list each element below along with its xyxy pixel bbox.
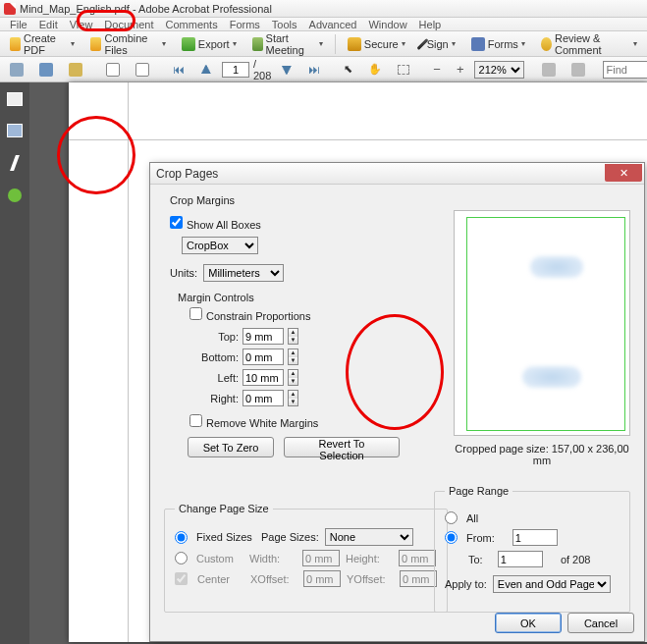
print-icon: [10, 63, 24, 77]
bookmarks-panel-button[interactable]: [7, 124, 23, 137]
apply-to-select[interactable]: Even and Odd Pages: [493, 575, 611, 593]
menu-forms[interactable]: Forms: [224, 19, 266, 30]
fixed-sizes-label: Fixed Sizes: [196, 531, 255, 543]
marquee-button[interactable]: [392, 62, 415, 78]
dialog-titlebar: Crop Pages ✕: [150, 163, 644, 185]
fixed-sizes-radio[interactable]: [175, 531, 188, 544]
margin-bottom-input[interactable]: [243, 349, 284, 365]
last-page-button[interactable]: ⏭: [302, 60, 326, 80]
margin-top-input[interactable]: [243, 328, 284, 345]
left-label: Left:: [197, 372, 239, 384]
meeting-icon: [252, 37, 263, 51]
dialog-close-button[interactable]: ✕: [605, 164, 642, 182]
xoffset-label: XOffset:: [250, 573, 297, 585]
menu-document[interactable]: Document: [98, 19, 159, 30]
menu-view[interactable]: View: [64, 19, 99, 30]
spin-buttons[interactable]: ▲▼: [288, 390, 298, 406]
pdf-icon: [4, 3, 16, 15]
margin-controls-label: Margin Controls: [178, 292, 430, 303]
margin-left-input[interactable]: [243, 369, 284, 386]
constrain-proportions-checkbox[interactable]: [189, 307, 202, 320]
sign-button[interactable]: Sign▾: [415, 34, 461, 54]
secure-button[interactable]: Secure▾: [342, 34, 411, 54]
menu-window[interactable]: Window: [362, 19, 412, 30]
xoffset-input: [303, 570, 341, 587]
zoom-in-button[interactable]: +: [451, 59, 470, 80]
page-number-input[interactable]: [222, 62, 249, 78]
fit-width-button[interactable]: [536, 60, 562, 80]
menu-help[interactable]: Help: [413, 19, 448, 30]
help-button[interactable]: [8, 188, 22, 202]
units-select[interactable]: Millimeters: [203, 264, 284, 282]
zoom-select[interactable]: 212%: [474, 61, 524, 79]
from-label: From:: [466, 532, 495, 544]
menu-comments[interactable]: Comments: [160, 19, 224, 30]
left-nav-sidebar: [0, 82, 29, 644]
menu-edit[interactable]: Edit: [33, 19, 64, 30]
crop-guide-horizontal: [69, 139, 647, 140]
ok-button[interactable]: OK: [495, 613, 562, 633]
first-page-button[interactable]: ⏮: [167, 60, 190, 80]
create-pdf-button[interactable]: Create PDF▾: [4, 29, 81, 59]
pages-panel-button[interactable]: [7, 92, 23, 106]
top-label: Top:: [197, 331, 239, 343]
set-to-zero-button[interactable]: Set To Zero: [188, 437, 274, 457]
spin-buttons[interactable]: ▲▼: [288, 349, 298, 365]
width-label: Width:: [249, 553, 297, 564]
right-label: Right:: [197, 393, 239, 404]
page-view1-button[interactable]: [100, 60, 126, 80]
cropbox-select[interactable]: CropBox: [182, 237, 258, 254]
page-sizes-select[interactable]: None: [325, 528, 413, 546]
custom-size-radio[interactable]: [175, 552, 188, 564]
crop-preview-frame: [466, 217, 625, 431]
select-tool-button[interactable]: ⬉: [338, 60, 358, 79]
cancel-button[interactable]: Cancel: [567, 613, 634, 633]
forms-button[interactable]: Forms▾: [465, 34, 531, 54]
of-pages-label: of 208: [561, 554, 591, 565]
center-checkbox: [175, 572, 188, 585]
menu-file[interactable]: File: [4, 19, 33, 30]
width-input: [302, 550, 340, 566]
print-button[interactable]: [4, 60, 29, 80]
combine-files-button[interactable]: Combine Files▾: [84, 29, 171, 59]
units-label: Units:: [170, 267, 197, 279]
window-title: Mind_Map_English.pdf - Adobe Acrobat Pro…: [20, 3, 272, 15]
page-total-label: / 208: [253, 58, 271, 81]
review-icon: [541, 37, 552, 51]
hand-tool-button[interactable]: ✋: [362, 60, 388, 79]
from-pages-radio[interactable]: [445, 531, 458, 544]
menu-advanced[interactable]: Advanced: [303, 19, 363, 30]
export-button[interactable]: Export▾: [176, 34, 243, 54]
find-input[interactable]: [603, 61, 647, 79]
nav-toolbar: ⏮ ⯅ / 208 ⯆ ⏭ ⬉ ✋ − + 212%: [0, 57, 647, 82]
email-button[interactable]: [63, 60, 88, 80]
page-view-icon: [135, 63, 149, 77]
show-all-boxes-label: Show All Boxes: [187, 219, 261, 231]
spin-buttons[interactable]: ▲▼: [288, 369, 298, 386]
zoom-out-button[interactable]: −: [427, 59, 447, 80]
review-comment-button[interactable]: Review & Comment▾: [535, 29, 643, 59]
height-input: [399, 550, 436, 566]
next-page-button[interactable]: ⯆: [275, 60, 298, 80]
menu-tools[interactable]: Tools: [266, 19, 303, 30]
save-button[interactable]: [33, 60, 59, 80]
page-view2-button[interactable]: [130, 60, 155, 80]
apply-to-label: Apply to:: [445, 578, 487, 590]
main-toolbar: Create PDF▾ Combine Files▾ Export▾ Start…: [0, 31, 647, 57]
all-pages-radio[interactable]: [445, 511, 458, 524]
constrain-proportions-label: Constrain Proportions: [206, 310, 310, 322]
remove-white-margins-checkbox[interactable]: [189, 414, 202, 427]
preview-caption: Cropped page size: 157,00 x 236,00 mm: [454, 443, 630, 466]
to-page-input[interactable]: [498, 551, 543, 567]
all-pages-label: All: [466, 512, 478, 524]
margin-right-input[interactable]: [243, 390, 284, 406]
save-icon: [39, 63, 53, 77]
show-all-boxes-checkbox[interactable]: [170, 216, 183, 229]
start-meeting-button[interactable]: Start Meeting▾: [246, 29, 329, 59]
from-page-input[interactable]: [512, 529, 558, 546]
signatures-panel-button[interactable]: [10, 155, 20, 171]
revert-to-selection-button[interactable]: Revert To Selection: [284, 437, 400, 457]
prev-page-button[interactable]: ⯅: [194, 60, 218, 80]
spin-buttons[interactable]: ▲▼: [288, 328, 298, 345]
fit-page-button[interactable]: [566, 60, 591, 80]
